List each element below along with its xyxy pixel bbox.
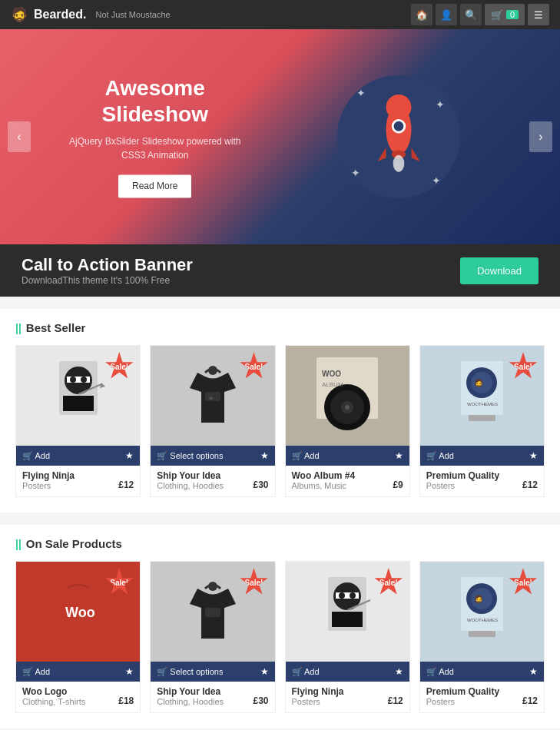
header-logo: 🧔 Bearded. Not Just Moustache <box>11 6 171 23</box>
add-to-cart-button[interactable]: 🛒 Add <box>22 667 50 677</box>
product-category: Posters <box>426 481 538 490</box>
favorite-button[interactable]: ★ <box>260 666 269 677</box>
ninja-illustration-2 <box>316 569 378 654</box>
tshirt-illustration: Woo <box>44 569 113 654</box>
cta-subtitle: DownloadThis theme It's 100% Free <box>22 275 193 286</box>
product-category: Albums, Music <box>292 481 403 490</box>
header: 🧔 Bearded. Not Just Moustache 🏠 👤 🔍 🛒 0 … <box>0 0 560 29</box>
hero-read-more-button[interactable]: Read More <box>118 175 191 198</box>
favorite-button[interactable]: ★ <box>529 450 538 461</box>
svg-text:ALBUM: ALBUM <box>322 381 343 388</box>
product-name: Ship Your Idea <box>157 686 268 697</box>
product-card: Sale! 🧔 WOOTHEMES 🛒 Add ★ Premium <box>419 561 545 713</box>
svg-rect-18 <box>205 392 220 401</box>
hero-content: AwesomeSlideshow AjQuery BxSlider Slides… <box>69 75 240 197</box>
on-sale-grid: Sale! Woo 🛒 Add ★ Woo Logo Clothing, T-s… <box>15 561 545 713</box>
svg-rect-32 <box>469 415 495 421</box>
slider-next-button[interactable]: › <box>529 121 552 152</box>
svg-marker-16 <box>100 383 105 388</box>
product-name: Flying Ninja <box>22 470 134 481</box>
favorite-button[interactable]: ★ <box>395 666 403 677</box>
favorite-button[interactable]: ★ <box>395 450 403 461</box>
user-nav-button[interactable]: 👤 <box>436 4 457 25</box>
product-image: Sale! <box>151 562 274 662</box>
product-price: £30 <box>253 479 268 490</box>
product-name: Woo Album #4 <box>292 470 403 481</box>
svg-rect-48 <box>469 631 495 637</box>
product-category: Clothing, Hoodies <box>157 481 268 490</box>
album-illustration: WOO ALBUM <box>313 353 382 438</box>
slider-prev-button[interactable]: ‹ <box>8 121 31 152</box>
product-actions: 🛒 Select options ★ <box>151 662 274 682</box>
add-to-cart-button[interactable]: 🛒 Add <box>292 667 320 677</box>
cta-text: Call to Action Banner DownloadThis theme… <box>22 255 193 286</box>
product-price: £12 <box>118 479 134 490</box>
svg-point-17 <box>208 366 217 375</box>
on-sale-title: On Sale Products <box>15 537 545 550</box>
product-actions: 🛒 Add ★ <box>420 662 544 682</box>
sparkle-3: ✦ <box>351 167 360 179</box>
select-options-button[interactable]: 🛒 Select options <box>157 667 223 677</box>
select-options-button[interactable]: 🛒 Select options <box>157 451 223 461</box>
cart-icon: 🛒 <box>491 9 503 21</box>
logo-text: Bearded. <box>34 8 86 22</box>
sale-badge: Sale! <box>509 568 538 597</box>
favorite-button[interactable]: ★ <box>125 666 134 677</box>
sparkle-2: ✦ <box>436 98 445 111</box>
product-name: Ship Your Idea <box>157 470 268 481</box>
svg-point-3 <box>394 121 404 131</box>
add-to-cart-button[interactable]: 🛒 Add <box>22 451 50 461</box>
svg-point-13 <box>81 377 87 383</box>
svg-text:🧔: 🧔 <box>474 594 484 604</box>
hero-illustration: ✦ ✦ ✦ ✦ <box>337 75 460 198</box>
hoodie-illustration: ☠ <box>182 353 244 438</box>
hero-subtitle: AjQuery BxSlider Slideshow powered withC… <box>69 135 240 163</box>
sale-badge: Sale! <box>240 352 269 381</box>
product-name: Flying Ninja <box>292 686 403 697</box>
favorite-button[interactable]: ★ <box>260 450 269 461</box>
sparkle-4: ✦ <box>432 174 441 187</box>
menu-button[interactable]: ☰ <box>528 4 549 25</box>
product-actions: 🛒 Select options ★ <box>151 446 274 466</box>
product-info: Premium Quality Posters £12 <box>420 682 544 712</box>
product-card: Sale! 🧔 WOOTHEMES 🛒 Add ★ Premium <box>419 345 545 497</box>
product-category: Posters <box>22 481 134 490</box>
rocket-svg <box>364 95 433 179</box>
product-card: Sale! 🛒 Add ★ <box>15 345 141 497</box>
best-seller-grid: Sale! 🛒 Add ★ <box>15 345 545 497</box>
add-to-cart-button[interactable]: 🛒 Add <box>426 667 454 677</box>
product-card: Sale! Woo 🛒 Add ★ Woo Logo Clothing, T-s… <box>15 561 141 713</box>
product-actions: 🛒 Add ★ <box>16 446 140 466</box>
header-tagline: Not Just Moustache <box>95 10 170 19</box>
svg-point-8 <box>395 161 402 172</box>
svg-marker-4 <box>378 148 386 161</box>
product-info: Flying Ninja Posters £12 <box>16 466 140 496</box>
cta-title: Call to Action Banner <box>22 255 193 275</box>
home-nav-button[interactable]: 🏠 <box>411 4 432 25</box>
svg-rect-41 <box>332 612 363 627</box>
product-image: Sale! Woo <box>16 562 140 662</box>
product-name: Premium Quality <box>426 686 538 697</box>
hoodie-illustration-2 <box>182 569 244 654</box>
product-price: £18 <box>118 695 134 706</box>
favorite-button[interactable]: ★ <box>529 666 538 677</box>
best-seller-section: Best Seller Sale! <box>0 309 560 513</box>
add-to-cart-button[interactable]: 🛒 Add <box>292 451 320 461</box>
product-image: Sale! <box>16 346 140 446</box>
sale-badge: Sale! <box>104 352 134 381</box>
sparkle-1: ✦ <box>356 87 366 99</box>
cart-nav-button[interactable]: 🛒 0 <box>485 4 525 25</box>
cart-count: 0 <box>506 10 519 19</box>
search-nav-button[interactable]: 🔍 <box>460 4 482 25</box>
svg-text:Woo: Woo <box>65 605 95 620</box>
product-actions: 🛒 Add ★ <box>286 662 409 682</box>
logo-icon: 🧔 <box>11 6 28 23</box>
product-price: £12 <box>522 695 538 706</box>
favorite-button[interactable]: ★ <box>125 450 134 461</box>
add-to-cart-button[interactable]: 🛒 Add <box>426 451 454 461</box>
sale-badge: Sale! <box>509 352 538 381</box>
cta-download-button[interactable]: Download <box>460 257 538 284</box>
sale-badge: Sale! <box>240 568 269 597</box>
svg-point-12 <box>70 377 76 383</box>
product-info: Woo Album #4 Albums, Music £9 <box>286 466 409 496</box>
